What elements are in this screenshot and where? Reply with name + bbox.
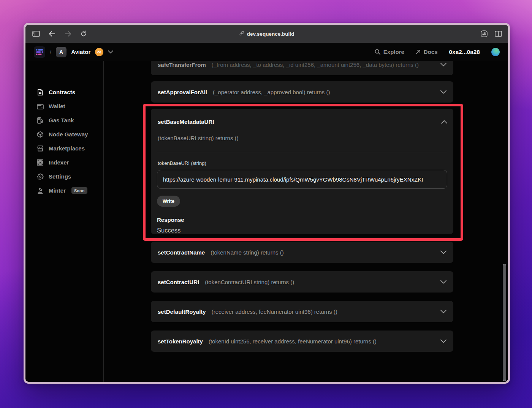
sidebar-item-minter[interactable]: Minter Soon (37, 183, 103, 198)
wallet-icon (37, 103, 44, 109)
desktop-background: dev.sequence.build (0, 0, 532, 408)
function-row-setContractName[interactable]: setContractName (tokenName string) retur… (151, 242, 453, 263)
url-text: dev.sequence.build (247, 31, 294, 37)
project-chevron-down-icon[interactable] (108, 50, 113, 54)
project-name[interactable]: Aviator (71, 49, 90, 55)
chevron-up-icon (441, 120, 447, 124)
response-value: Success (157, 227, 447, 234)
search-icon (375, 49, 380, 55)
sidebar-item-wallet[interactable]: Wallet (37, 99, 103, 113)
url-bar[interactable]: dev.sequence.build (239, 25, 294, 43)
contract-functions-list: safeTransferFrom (_from address, _to add… (104, 61, 508, 382)
browser-titlebar: dev.sequence.build (25, 25, 508, 43)
function-row-safeTransferFrom[interactable]: safeTransferFrom (_from address, _to add… (151, 61, 453, 75)
sidebar: Contracts Wallet (25, 61, 104, 382)
project-avatar[interactable]: A (56, 47, 66, 57)
function-panel-setBaseMetadataURI: setBaseMetadataURI (tokenBaseURI string)… (151, 109, 453, 234)
breadcrumb-separator: / (50, 49, 51, 55)
response-label: Response (157, 217, 447, 223)
back-icon[interactable] (48, 31, 56, 37)
sidebar-item-settings[interactable]: Settings (37, 169, 103, 183)
chevron-down-icon (440, 339, 446, 343)
docs-button[interactable]: Docs (416, 49, 438, 55)
function-row-setApprovalForAll[interactable]: setApprovalForAll (_operator address, _a… (151, 81, 453, 103)
reader-settings-icon[interactable] (480, 30, 488, 38)
storefront-icon (37, 145, 44, 152)
scrollbar-thumb[interactable] (503, 264, 506, 381)
forward-icon[interactable] (64, 31, 72, 37)
sidebar-item-node-gateway[interactable]: Node Gateway (37, 127, 103, 141)
sidebar-item-contracts[interactable]: Contracts (37, 85, 103, 99)
external-link-icon (416, 49, 421, 54)
function-row-setContractURI[interactable]: setContractURI (tokenContractURI string)… (151, 271, 453, 293)
soon-badge: Soon (71, 187, 87, 194)
cube-icon (37, 131, 44, 138)
chevron-down-icon (440, 250, 446, 254)
sidebar-toggle-icon[interactable] (32, 31, 40, 37)
gear-icon (37, 173, 44, 180)
write-button[interactable]: Write (157, 196, 180, 207)
param-label: tokenBaseURI (string) (157, 160, 447, 166)
chevron-down-icon (440, 280, 446, 284)
function-signature: (tokenBaseURI string) returns () (157, 135, 447, 141)
chevron-down-icon (440, 310, 446, 313)
function-row-setDefaultRoyalty[interactable]: setDefaultRoyalty (receiver address, fee… (151, 301, 453, 322)
sequence-logo-icon[interactable] (34, 46, 45, 58)
explore-button[interactable]: Explore (375, 49, 404, 55)
sidebar-item-indexer[interactable]: Indexer (37, 155, 103, 169)
chevron-down-icon (440, 90, 446, 94)
network-badge-icon[interactable]: ∞ (95, 48, 103, 56)
grid-icon (37, 159, 44, 166)
sidebar-item-marketplaces[interactable]: Marketplaces (37, 141, 103, 155)
stamp-icon (37, 187, 44, 194)
function-row-setTokenRoyalty[interactable]: setTokenRoyalty (tokenId uint256, receiv… (151, 331, 453, 352)
app-header: / A Aviator ∞ Explore (25, 43, 508, 61)
link-icon (239, 31, 244, 37)
divider (157, 152, 447, 152)
wallet-address[interactable]: 0xa2...0a28 (449, 49, 480, 55)
user-avatar[interactable] (491, 48, 500, 56)
tokenBaseURI-input[interactable] (157, 170, 447, 189)
contract-icon (37, 89, 44, 96)
function-panel-header[interactable]: setBaseMetadataURI (157, 109, 447, 125)
reload-icon[interactable] (80, 30, 87, 37)
browser-window: dev.sequence.build (24, 23, 510, 384)
sidebar-item-gas-tank[interactable]: Gas Tank (37, 113, 103, 127)
gas-pump-icon (37, 117, 44, 124)
chevron-down-icon (440, 63, 446, 66)
split-view-icon[interactable] (495, 31, 502, 37)
